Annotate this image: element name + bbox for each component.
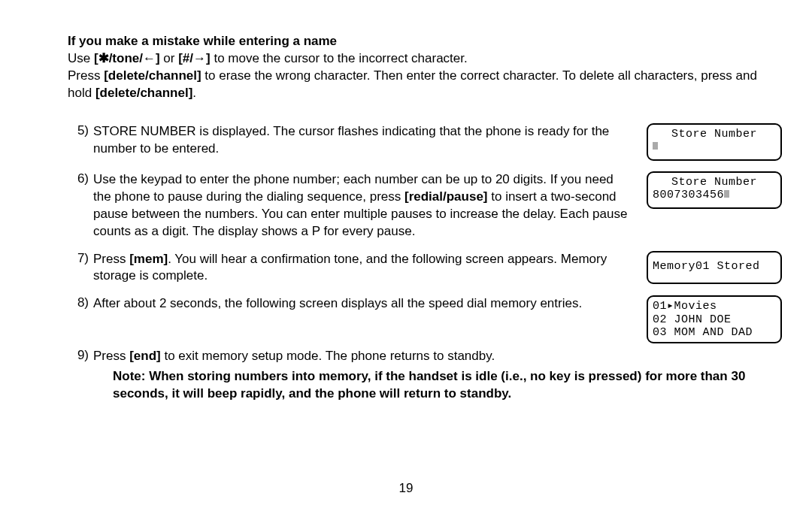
text: Press [93,349,129,363]
step-number: 6) [68,171,93,186]
lcd-line: 02 JOHN DOE [653,313,776,326]
key-redial-pause: [redial/pause] [404,189,488,204]
lcd-line: 03 MOM AND DAD [653,326,776,339]
step-9-text: Press [end] to exit memory setup mode. T… [93,348,641,365]
step-7-row: 7) Press [mem]. You will hear a confirma… [68,251,782,286]
lcd-screen-store-number-filled: Store Number8007303456 [647,171,782,209]
step-number: 5) [68,123,93,138]
key-delete-channel: [delete/channel] [95,86,192,100]
step-6-text: Use the keypad to enter the phone number… [93,171,641,240]
step-8-text: After about 2 seconds, the following scr… [93,295,641,313]
cursor-icon [653,142,658,150]
text: Use [68,51,94,65]
key-hash-right: [#/→] [178,51,211,65]
lcd-cursor-line [653,141,776,153]
lcd-phone-number: 8007303456 [653,189,724,201]
intro-line2: Use [✱/tone/←] or [#/→] to move the curs… [68,50,782,68]
step-8-row: 8) After about 2 seconds, the following … [68,295,782,343]
step-number: 8) [68,295,93,310]
text: to exit memory setup mode. The phone ret… [161,349,495,363]
lcd-screen-speed-dial-list: 01▸Movies02 JOHN DOE03 MOM AND DAD [647,295,782,343]
page-number: 19 [0,481,812,496]
step-number: 9) [68,348,93,363]
step-6-row: 6) Use the keypad to enter the phone num… [68,171,782,240]
intro-heading: If you make a mistake while entering a n… [68,33,782,50]
intro-line3: Press [delete/channel] to erase the wron… [68,68,782,102]
cursor-icon [724,190,729,198]
intro-block: If you make a mistake while entering a n… [68,33,782,102]
text: . [192,86,196,100]
step-5-row: 5) STORE NUMBER is displayed. The cursor… [68,123,782,161]
lcd-screen-memory-stored: Memory01 Stored [647,251,782,284]
key-mem: [mem] [129,252,168,266]
lcd-line: 01▸Movies [653,300,776,313]
step-7-text: Press [mem]. You will hear a confirmatio… [93,251,641,286]
manual-page: If you make a mistake while entering a n… [0,0,812,403]
step-9-row: 9) Press [end] to exit memory setup mode… [68,348,782,365]
text: or [160,51,179,65]
lcd-line: Store Number [653,128,776,141]
lcd-line: 8007303456 [653,189,776,201]
text: . You will hear a confirmation tone, and… [93,252,607,283]
lcd-screen-store-number-empty: Store Number [647,123,782,161]
text: Press [93,252,129,266]
lcd-line: Memory01 Stored [653,260,776,273]
lcd-line: Store Number [653,176,776,189]
key-delete-channel: [delete/channel] [104,68,201,83]
text: Press [68,68,104,83]
key-star-tone-left: [✱/tone/←] [94,51,160,65]
text: to move the cursor to the incorrect char… [211,51,468,65]
step-number: 7) [68,251,93,266]
note-text: Note: When storing numbers into memory, … [113,368,782,403]
key-end: [end] [129,349,161,363]
step-5-text: STORE NUMBER is displayed. The cursor fl… [93,123,641,158]
